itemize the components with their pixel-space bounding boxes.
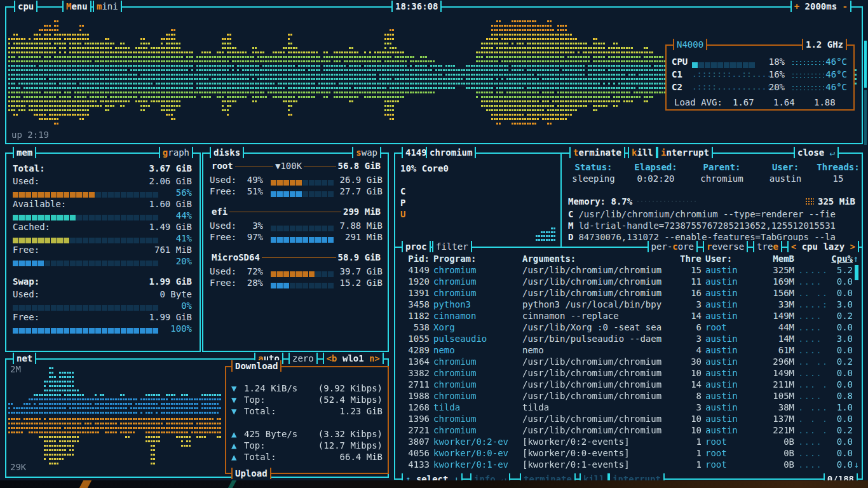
process-row[interactable]: 2711 chromium/usr/lib/chromium/chromium1… [402, 379, 851, 390]
proc-subtitle: proc [402, 241, 431, 252]
arguments-column-header[interactable]: Arguments: [522, 253, 680, 264]
interval-decrease-button[interactable]: - [843, 1, 848, 11]
mem-meter [13, 215, 158, 220]
disk-row-value: 7.88 MiB [340, 220, 383, 231]
cpu-column-header[interactable]: Cpu% [830, 253, 853, 264]
interval-increase-button[interactable]: + [794, 1, 799, 11]
net-interface-switcher[interactable]: <b wlo1 n> [323, 353, 384, 364]
process-table-header: Pid: Program: Arguments: Threads: User: … [402, 253, 851, 264]
disk-row-percent: 72% [240, 266, 263, 277]
process-row[interactable]: 1182 cinnamoncinnamon --replace14 austin… [402, 310, 851, 322]
user-column-header[interactable]: User: [705, 253, 759, 264]
disk-row-percent: 3% [240, 220, 263, 231]
menu-button[interactable]: Menu [62, 1, 92, 12]
process-pid: 1055 [402, 333, 430, 344]
mini-mode-button[interactable]: mini [93, 1, 122, 12]
process-row[interactable]: 1055 pulseaudio/usr/bin/pulseaudio --dae… [402, 333, 851, 344]
disk-usage-row: Free:51%27.7 GiB [210, 186, 383, 197]
sort-next-button[interactable]: > [850, 241, 855, 252]
process-pid: 1920 [402, 276, 430, 287]
net-stat-label: Top: [244, 394, 266, 405]
reverse-toggle[interactable]: reverse [703, 241, 748, 252]
sort-column-switcher[interactable]: < cpu lazy > [787, 241, 859, 252]
process-cpu-graph: . ..... [794, 402, 830, 413]
process-cpu-percent: 0.8 [830, 390, 853, 402]
detail-stats-values: sleeping 0:02:20 chromium austin 15 [563, 173, 859, 184]
mem-box: mem graph Total:3.67 GiBUsed:2.06 GiB56%… [5, 152, 201, 352]
scroll-down-arrow-icon[interactable]: ↓ [854, 459, 859, 470]
iface-prev-button[interactable]: <b [327, 353, 337, 363]
net-zero-toggle[interactable]: zero [288, 353, 318, 364]
network-graph [8, 362, 221, 471]
cpu-info-box: N4000 1.2 GHz CPU18%46°CC1.:::::::..::..… [665, 44, 855, 111]
sort-column-label: cpu lazy [802, 241, 844, 252]
mem-graph-toggle[interactable]: graph [159, 147, 193, 158]
terminate-button[interactable]: terminate [569, 147, 625, 158]
process-row[interactable]: 1988 chromium/usr/lib/chromium/chromium8… [402, 390, 851, 402]
process-threads: 10 [680, 413, 702, 424]
program-column-header[interactable]: Program: [433, 253, 522, 264]
process-list-scrollbar[interactable] [855, 265, 858, 280]
disk-meter [271, 226, 334, 231]
process-row[interactable]: 1920 chromium/usr/lib/chromium/chromium1… [402, 276, 851, 287]
process-cpu-percent: 3.0 [830, 299, 853, 310]
sort-direction-arrow-icon[interactable]: ↑ [853, 253, 858, 264]
tree-toggle[interactable]: tree [753, 241, 782, 252]
kill-button[interactable]: kill [628, 147, 657, 158]
process-row[interactable]: 1391 chromium/usr/lib/chromium/chromium1… [402, 287, 851, 299]
process-row[interactable]: 3458 python3python3 /usr/local/bin/bpy3 … [402, 299, 851, 310]
update-interval-control[interactable]: + 2000ms - [790, 1, 851, 12]
memory-column-header[interactable]: MemB [759, 253, 794, 264]
cpu-box-title[interactable]: cpu [14, 1, 37, 12]
process-pid: 4056 [402, 447, 430, 459]
process-row[interactable]: 1268 tildatilda3 austin38M. .....1.0 [402, 402, 851, 413]
process-user: austin [705, 379, 759, 390]
reverse-post: everse [712, 241, 745, 252]
process-row[interactable]: 1364 chromium/usr/lib/chromium/chromium3… [402, 356, 851, 367]
threads-column-header[interactable]: Threads: [680, 253, 702, 264]
process-row[interactable]: 4056 kworker/0:0-ev[kworker/0:0-events]1… [402, 447, 851, 459]
process-row[interactable]: 3807 kworker/0:2-ev[kworker/0:2-events]1… [402, 436, 851, 447]
disk-row-label: Used: [210, 266, 236, 277]
process-row[interactable]: 3382 chromium/usr/lib/chromium/chromium1… [402, 367, 851, 379]
process-pid: 538 [402, 322, 430, 333]
net-scale-bottom: 29K [10, 461, 26, 473]
process-row[interactable]: 4149 chromium/usr/lib/chromium/chromium1… [402, 264, 851, 276]
sort-prev-button[interactable]: < [791, 241, 796, 252]
process-program: chromium [433, 390, 522, 402]
process-cpu-percent: 0.0 [830, 379, 853, 390]
per-core-toggle[interactable]: per-core [648, 241, 698, 252]
threads-value: 15 [815, 173, 862, 184]
mem-percent: 100% [170, 323, 192, 334]
disk-row-label: Free: [210, 277, 236, 288]
process-row[interactable]: 1396 chromium/usr/lib/chromium/chromium1… [402, 413, 851, 424]
per-core-post: ore [678, 241, 694, 252]
process-pid: 1182 [402, 310, 430, 322]
process-row[interactable]: 4133 kworker/0:1-ev[kworker/0:1-events]1… [402, 459, 851, 470]
net-stat-label: Total: [244, 405, 276, 417]
process-arguments: /usr/lib/chromium/chromium [522, 413, 680, 424]
process-row[interactable]: 538 Xorg/usr/lib/Xorg :0 -seat sea6 root… [402, 322, 851, 333]
iface-next-button[interactable]: n> [369, 353, 380, 363]
process-cpu-graph: .... [794, 367, 830, 379]
pid-column-header[interactable]: Pid: [402, 253, 430, 264]
process-cpu-percent: 1.0 [830, 402, 853, 413]
close-detail-button[interactable]: close ↵ [794, 147, 839, 158]
core-name: CPU [672, 56, 688, 67]
status-header: Status: [563, 161, 624, 173]
menu-label: enu [71, 1, 87, 11]
cpu-frequency: 1.2 GHz [802, 39, 847, 50]
disks-swap-toggle[interactable]: swap [352, 147, 381, 158]
filter-button[interactable]: filter [432, 241, 472, 252]
core-history-graph [791, 85, 827, 92]
process-arguments: [kworker/0:0-events] [522, 447, 680, 459]
process-row[interactable]: 4289 nemonemo4 austin61M....0.0 [402, 344, 851, 356]
disk-row-value: 39.7 GiB [340, 266, 383, 277]
core-name: C2 [672, 81, 682, 93]
process-cpu-graph: ......... [794, 264, 830, 276]
terminal-scrollbar[interactable] [864, 41, 867, 88]
elapsed-header: Elapsed: [624, 161, 688, 173]
process-row[interactable]: 2721 chromium/usr/lib/chromium/chromium1… [402, 424, 851, 436]
interrupt-button[interactable]: interrupt [657, 147, 713, 158]
cpu-box: cpu Menu mini 18:36:08 + 2000ms - up 2:1… [5, 6, 863, 144]
